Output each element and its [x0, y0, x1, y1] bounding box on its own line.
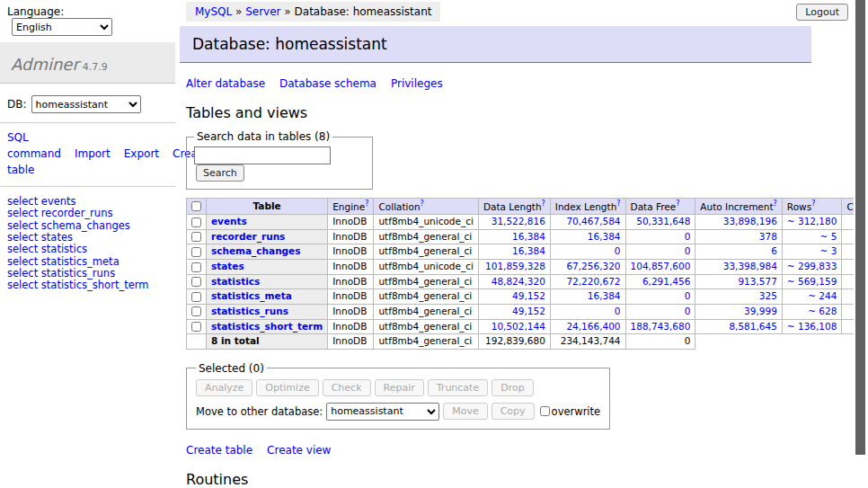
row-checkbox[interactable]	[191, 306, 201, 316]
data-free-link[interactable]: 0	[685, 231, 691, 242]
copy-button[interactable]: Copy	[492, 403, 535, 420]
table-name-link[interactable]: states	[211, 261, 244, 271]
sidebar-menu-link[interactable]: SQL command	[7, 131, 61, 160]
logout-button[interactable]: Logout	[796, 4, 848, 21]
data-free-link[interactable]: 6,291,456	[642, 276, 690, 287]
data-length-link[interactable]: 10,502,144	[492, 321, 545, 332]
sidebar-table-link[interactable]: schema_changes	[41, 219, 130, 232]
sidebar-table-link[interactable]: statistics_runs	[41, 267, 115, 279]
breadcrumb-link[interactable]: MySQL	[195, 5, 232, 18]
scrollbar-thumb[interactable]	[855, 0, 865, 455]
auto-increment-link[interactable]: 913,577	[738, 276, 776, 287]
check-button[interactable]: Check	[323, 379, 371, 396]
sidebar-table-link[interactable]: recorder_runs	[41, 207, 113, 219]
select-link[interactable]: select	[7, 267, 38, 279]
auto-increment-link[interactable]: 6	[771, 245, 777, 256]
data-free-link[interactable]: 0	[685, 306, 691, 316]
table-name-link[interactable]: statistics_short_term	[211, 321, 323, 332]
row-checkbox[interactable]	[191, 247, 201, 257]
select-link[interactable]: select	[7, 243, 38, 255]
index-length-link[interactable]: 0	[615, 306, 621, 316]
data-length-link[interactable]: 16,384	[512, 245, 545, 256]
data-length-link[interactable]: 101,859,328	[485, 261, 545, 271]
data-length-link[interactable]: 49,152	[512, 290, 545, 301]
table-name-link[interactable]: recorder_runs	[211, 231, 285, 242]
data-length-link[interactable]: 16,384	[512, 231, 545, 242]
drop-button[interactable]: Drop	[492, 379, 533, 396]
row-checkbox[interactable]	[191, 232, 201, 242]
help-link[interactable]: ?	[774, 200, 777, 208]
data-length-link[interactable]: 49,152	[512, 306, 545, 316]
index-length-link[interactable]: 16,384	[588, 231, 621, 242]
select-link[interactable]: select	[7, 255, 38, 268]
select-link[interactable]: select	[7, 279, 38, 291]
select-link[interactable]: select	[7, 219, 38, 232]
search-input[interactable]	[194, 146, 331, 164]
db-action-link[interactable]: Alter database	[186, 77, 265, 90]
table-name-link[interactable]: schema_changes	[211, 245, 301, 256]
rows-link[interactable]: ~ 5	[820, 231, 837, 242]
row-checkbox[interactable]	[191, 292, 201, 302]
sidebar-menu-link[interactable]: Import	[75, 147, 111, 160]
row-checkbox[interactable]	[191, 262, 201, 272]
overwrite-checkbox[interactable]	[540, 406, 550, 416]
help-link[interactable]: ?	[365, 200, 368, 208]
rows-link[interactable]: ~ 136,108	[787, 321, 837, 332]
move-button[interactable]: Move	[443, 403, 488, 420]
sidebar-menu-link[interactable]: Export	[124, 147, 159, 160]
rows-link[interactable]: ~ 244	[808, 290, 837, 301]
auto-increment-link[interactable]: 39,999	[744, 306, 777, 316]
rows-link[interactable]: ~ 569,159	[787, 276, 837, 287]
rows-link[interactable]: ~ 628	[808, 306, 837, 316]
app-name[interactable]: Adminer	[11, 55, 79, 74]
auto-increment-link[interactable]: 8,581,645	[729, 321, 776, 332]
db-select[interactable]: homeassistant	[31, 95, 141, 113]
language-select[interactable]: English	[12, 18, 112, 36]
scrollbar[interactable]	[854, 0, 868, 488]
select-all-checkbox[interactable]	[191, 201, 201, 211]
row-checkbox[interactable]	[191, 322, 201, 332]
index-length-link[interactable]: 24,166,400	[566, 321, 620, 332]
search-button[interactable]: Search	[196, 164, 244, 182]
index-length-link[interactable]: 16,384	[588, 290, 621, 301]
sidebar-table-link[interactable]: statistics_meta	[41, 255, 120, 268]
create-link[interactable]: Create table	[186, 444, 252, 457]
move-db-select[interactable]: homeassistant	[326, 403, 439, 421]
db-action-link[interactable]: Database schema	[279, 77, 376, 90]
index-length-link[interactable]: 72,220,672	[566, 276, 620, 287]
row-checkbox[interactable]	[191, 277, 201, 287]
auto-increment-link[interactable]: 325	[759, 290, 777, 301]
auto-increment-link[interactable]: 33,398,984	[723, 261, 777, 271]
rows-link[interactable]: ~ 3	[820, 245, 837, 256]
table-name-link[interactable]: statistics_runs	[211, 306, 288, 316]
breadcrumb-link[interactable]: Server	[245, 5, 280, 18]
analyze-button[interactable]: Analyze	[196, 379, 252, 396]
table-name-link[interactable]: events	[211, 216, 247, 226]
overwrite-label[interactable]: overwrite	[552, 404, 601, 417]
index-length-link[interactable]: 70,467,584	[566, 216, 620, 226]
select-link[interactable]: select	[7, 195, 38, 208]
data-free-link[interactable]: 188,743,680	[631, 321, 691, 332]
rows-link[interactable]: ~ 299,833	[787, 261, 837, 271]
create-link[interactable]: Create view	[267, 444, 331, 457]
index-length-link[interactable]: 0	[615, 245, 621, 256]
select-link[interactable]: select	[7, 231, 38, 244]
select-link[interactable]: select	[7, 207, 38, 219]
table-name-link[interactable]: statistics	[211, 276, 260, 287]
table-name-link[interactable]: statistics_meta	[211, 290, 292, 301]
auto-increment-link[interactable]: 33,898,196	[723, 216, 777, 226]
sidebar-table-link[interactable]: statistics	[41, 243, 87, 255]
db-action-link[interactable]: Privileges	[391, 77, 443, 90]
data-length-link[interactable]: 48,824,320	[492, 276, 545, 287]
optimize-button[interactable]: Optimize	[256, 379, 318, 396]
help-link[interactable]: ?	[676, 200, 679, 208]
row-checkbox[interactable]	[191, 217, 201, 227]
rows-link[interactable]: ~ 312,180	[787, 216, 837, 226]
data-free-link[interactable]: 0	[685, 290, 691, 301]
help-link[interactable]: ?	[811, 200, 815, 208]
help-link[interactable]: ?	[616, 200, 620, 208]
data-length-link[interactable]: 31,522,816	[492, 216, 545, 226]
sidebar-table-link[interactable]: states	[41, 231, 73, 244]
auto-increment-link[interactable]: 378	[759, 231, 777, 242]
help-link[interactable]: ?	[542, 200, 545, 208]
